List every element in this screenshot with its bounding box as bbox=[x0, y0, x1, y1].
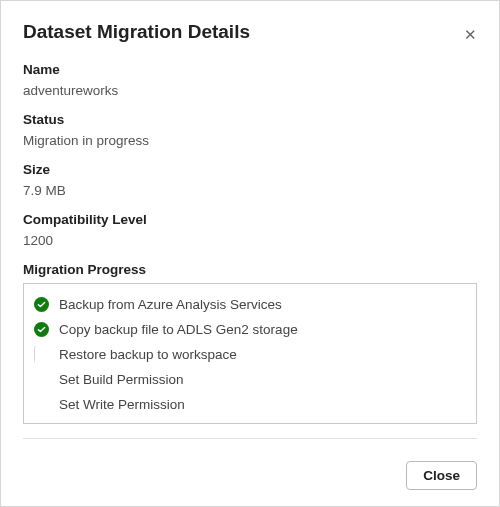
close-icon[interactable]: ✕ bbox=[460, 25, 481, 44]
progress-steps-box: Backup from Azure Analysis Services Copy… bbox=[23, 283, 477, 424]
progress-step: Copy backup file to ADLS Gen2 storage bbox=[34, 317, 466, 342]
field-status: Status Migration in progress bbox=[23, 112, 477, 148]
pending-icon bbox=[34, 397, 49, 412]
divider bbox=[23, 438, 477, 439]
compat-value: 1200 bbox=[23, 233, 477, 248]
compat-label: Compatibility Level bbox=[23, 212, 477, 227]
dataset-migration-dialog: Dataset Migration Details ✕ Name adventu… bbox=[0, 0, 500, 507]
progress-step: Restore backup to workspace bbox=[34, 342, 466, 367]
pending-icon bbox=[34, 372, 49, 387]
progress-step: Set Write Permission bbox=[34, 392, 466, 417]
status-value: Migration in progress bbox=[23, 133, 477, 148]
size-value: 7.9 MB bbox=[23, 183, 477, 198]
progress-step-label: Restore backup to workspace bbox=[59, 347, 237, 362]
dialog-title: Dataset Migration Details bbox=[23, 21, 250, 43]
progress-step-label: Set Write Permission bbox=[59, 397, 185, 412]
field-migration-progress: Migration Progress Backup from Azure Ana… bbox=[23, 262, 477, 424]
check-circle-icon bbox=[34, 297, 49, 312]
progress-step: Set Build Permission bbox=[34, 367, 466, 392]
progress-step: Backup from Azure Analysis Services bbox=[34, 292, 466, 317]
progress-step-label: Set Build Permission bbox=[59, 372, 184, 387]
progress-label: Migration Progress bbox=[23, 262, 477, 277]
field-compat-level: Compatibility Level 1200 bbox=[23, 212, 477, 248]
spinner-icon bbox=[34, 347, 49, 362]
check-circle-icon bbox=[34, 322, 49, 337]
status-label: Status bbox=[23, 112, 477, 127]
name-label: Name bbox=[23, 62, 477, 77]
dialog-header: Dataset Migration Details ✕ bbox=[23, 21, 477, 44]
progress-step-label: Backup from Azure Analysis Services bbox=[59, 297, 282, 312]
name-value: adventureworks bbox=[23, 83, 477, 98]
size-label: Size bbox=[23, 162, 477, 177]
close-button[interactable]: Close bbox=[406, 461, 477, 490]
dialog-content: Name adventureworks Status Migration in … bbox=[23, 62, 477, 451]
dialog-footer: Close bbox=[23, 451, 477, 490]
field-size: Size 7.9 MB bbox=[23, 162, 477, 198]
progress-step-label: Copy backup file to ADLS Gen2 storage bbox=[59, 322, 298, 337]
field-name: Name adventureworks bbox=[23, 62, 477, 98]
